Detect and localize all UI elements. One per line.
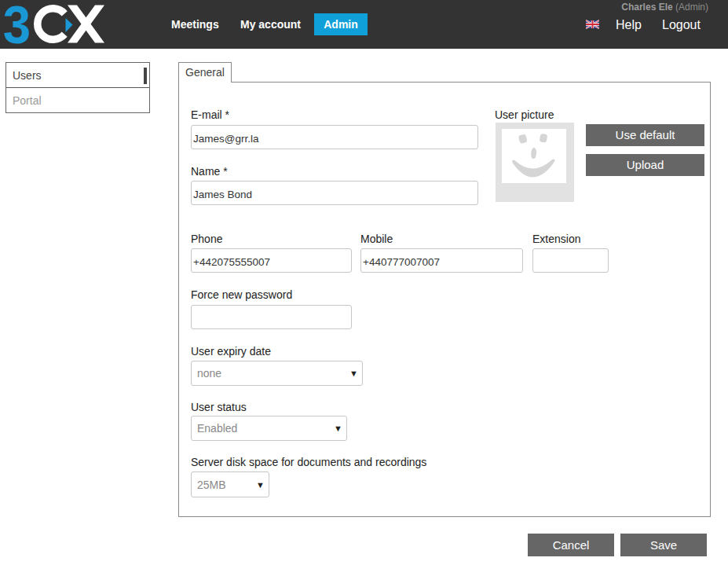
svg-text:3: 3: [3, 0, 31, 49]
